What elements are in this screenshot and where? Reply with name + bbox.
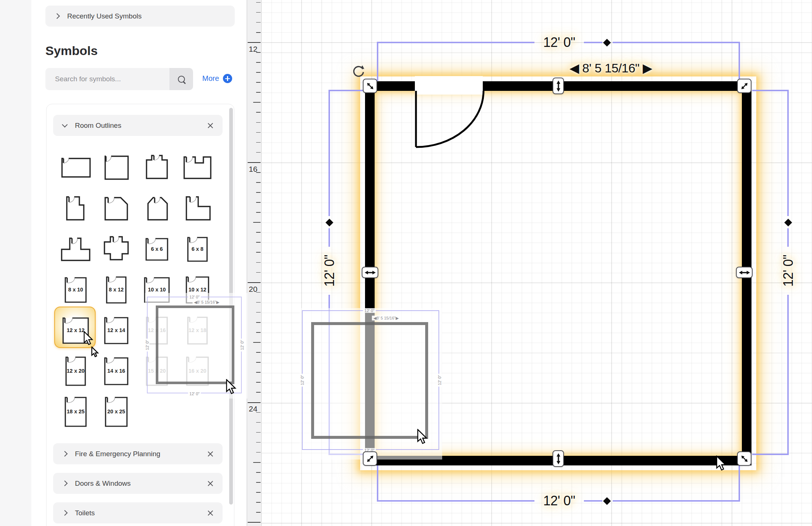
section-room-outlines[interactable]: Room Outlines — [53, 115, 223, 136]
ruler-tick — [256, 62, 261, 63]
more-shapes-button[interactable]: More — [202, 74, 232, 83]
symbol-search-box[interactable] — [45, 68, 169, 90]
search-icon — [178, 76, 185, 83]
ruler-tick — [256, 272, 261, 273]
close-icon[interactable] — [207, 451, 214, 457]
ruler-tick — [256, 92, 261, 93]
symbol-14x16[interactable]: 14 x 16 — [96, 351, 137, 392]
preview-height-label: 12' 0" — [437, 373, 442, 386]
ruler-tick — [256, 382, 261, 383]
ghost-width-label: 12' 0" — [188, 295, 201, 299]
dimension-extension — [752, 454, 789, 455]
room-height-label-left[interactable]: 12' 0" — [322, 255, 337, 287]
add-plus-icon — [223, 74, 232, 83]
resize-handle-bottom-right[interactable] — [737, 451, 751, 466]
dimension-extension — [752, 90, 789, 91]
ruler-tick — [256, 452, 261, 453]
symbol-peak[interactable] — [137, 188, 177, 229]
ruler-tick — [256, 502, 261, 503]
resize-handle-top-middle[interactable] — [553, 78, 564, 94]
ruler-tick — [256, 182, 261, 183]
toilets-section-label: Toilets — [75, 509, 95, 517]
resize-handle-top-right[interactable] — [737, 79, 751, 93]
resize-handle-bottom-middle[interactable] — [553, 450, 564, 467]
mouse-cursor — [91, 346, 101, 358]
symbol-chamfer-tr[interactable] — [96, 188, 137, 229]
symbol-size-label: 10 x 10 — [137, 287, 177, 293]
ruler-tick — [256, 2, 261, 3]
symbol-l-shape[interactable] — [177, 188, 218, 229]
room-width-label[interactable]: 12' 0" — [543, 35, 575, 50]
symbol-18x25[interactable]: 18 x 25 — [55, 392, 96, 432]
ruler-tick — [256, 472, 261, 473]
close-icon[interactable] — [207, 122, 214, 129]
symbol-6x8[interactable]: 6 x 8 — [177, 229, 218, 270]
ruler-number: 28 — [249, 525, 257, 526]
mouse-cursor — [716, 455, 729, 471]
preview-width-label: 12' 0" — [363, 308, 376, 313]
ruler-tick — [256, 332, 261, 333]
preview-door-label: ◀8' 5 15/16"▶ — [372, 316, 400, 321]
room-height-label-right[interactable]: 12' 0" — [781, 255, 796, 287]
mouse-cursor — [417, 429, 430, 445]
door-position-label[interactable]: ◀ 8' 5 15/16" ▶ — [570, 61, 652, 75]
symbol-t-shape[interactable] — [55, 229, 96, 270]
door-swing-icon[interactable] — [406, 74, 561, 170]
ruler-tick — [248, 522, 261, 523]
search-button[interactable] — [169, 68, 193, 90]
ghost-height-label: 12' 0" — [240, 338, 244, 351]
dimension-line-left — [328, 90, 330, 216]
ruler-tick — [256, 22, 261, 23]
dimension-line-bottom — [377, 500, 534, 502]
recently-used-symbols-section[interactable]: Recently Used Symbols — [45, 6, 235, 27]
vertical-ruler: 1216202428 — [247, 0, 262, 526]
ruler-tick — [248, 402, 261, 403]
close-icon[interactable] — [207, 480, 214, 487]
ruler-tick — [256, 422, 261, 423]
mouse-cursor — [83, 331, 96, 346]
symbol-plus[interactable] — [96, 229, 137, 270]
symbol-12x14[interactable]: 12 x 14 — [96, 310, 137, 351]
ruler-number: 24 — [249, 404, 257, 413]
symbol-12x20[interactable]: 12 x 20 — [55, 351, 96, 392]
section-fire-emergency-planning[interactable]: Fire & Emergency Planning — [53, 443, 223, 464]
symbol-tabs-top[interactable] — [137, 148, 177, 188]
resize-handle-middle-right[interactable] — [736, 267, 753, 278]
ruler-tick — [256, 352, 261, 353]
dimension-line-bottom — [613, 500, 739, 502]
resize-handle-top-left[interactable] — [363, 79, 377, 93]
rotate-icon[interactable] — [352, 64, 366, 78]
dimension-line-right — [787, 228, 789, 247]
resize-handle-bottom-left[interactable] — [363, 451, 377, 466]
section-toilets[interactable]: Toilets — [53, 502, 223, 523]
symbol-recess-top[interactable] — [177, 148, 218, 188]
ruler-tick — [256, 432, 261, 433]
symbol-size-label: 10 x 12 — [177, 287, 218, 293]
dimension-extension — [328, 90, 365, 91]
ruler-number: 16 — [249, 165, 257, 174]
symbol-8x12[interactable]: 8 x 12 — [96, 270, 137, 310]
symbol-8x10[interactable]: 8 x 10 — [55, 270, 96, 310]
resize-handle-middle-left[interactable] — [362, 267, 378, 278]
symbols-panel-title: Symbols — [45, 44, 98, 58]
symbol-6x6[interactable]: 6 x 6 — [137, 229, 177, 270]
ruler-tick — [256, 122, 261, 123]
close-icon[interactable] — [207, 510, 214, 516]
ruler-number: 12 — [249, 45, 257, 54]
ruler-tick — [253, 222, 261, 223]
symbol-20x25[interactable]: 20 x 25 — [96, 392, 137, 432]
ruler-tick — [256, 242, 261, 243]
room-width-label-bottom[interactable]: 12' 0" — [543, 493, 575, 509]
symbol-square[interactable] — [96, 148, 137, 188]
symbol-size-label: 8 x 10 — [55, 287, 96, 293]
symbol-step-right[interactable] — [55, 188, 96, 229]
ruler-tick — [256, 252, 261, 253]
ruler-tick — [256, 142, 261, 143]
ruler-tick — [256, 362, 261, 363]
symbol-rect-wide[interactable] — [55, 148, 96, 188]
chevron-right-icon — [62, 451, 68, 457]
section-doors-windows[interactable]: Doors & Windows — [53, 473, 223, 494]
symbol-search-input[interactable] — [54, 75, 159, 83]
ruler-tick — [256, 132, 261, 133]
fire-section-label: Fire & Emergency Planning — [75, 450, 160, 458]
